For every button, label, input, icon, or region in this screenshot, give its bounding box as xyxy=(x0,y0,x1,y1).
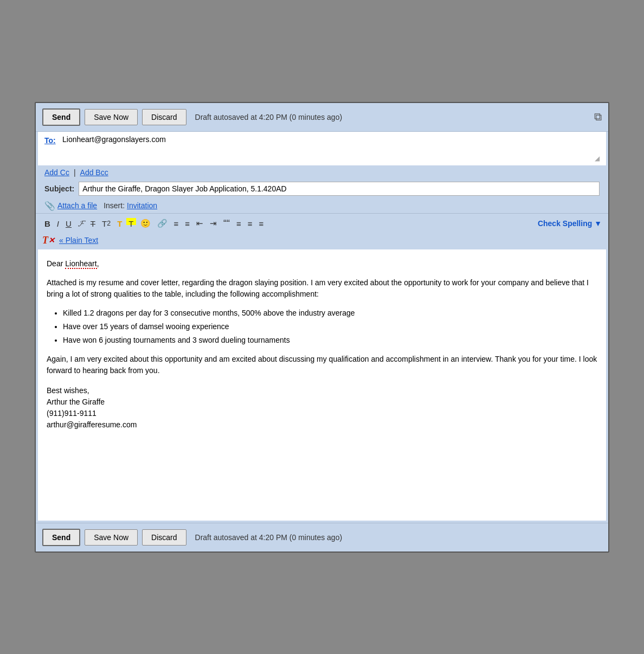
toolbar-top: Send Save Now Discard Draft autosaved at… xyxy=(36,103,608,132)
italic-button[interactable]: I xyxy=(55,218,61,229)
signature-name: Arthur the Giraffe xyxy=(47,396,597,408)
popout-icon[interactable]: ⧉ xyxy=(594,111,602,123)
attach-row: 📎 Attach a file Insert: Invitation xyxy=(38,198,606,213)
align-left-button[interactable]: ≡ xyxy=(246,218,255,229)
bold-button[interactable]: B xyxy=(42,218,53,229)
to-row: To: Lionheart@gragonslayers.com ◢ xyxy=(38,132,606,166)
attach-file-link[interactable]: Attach a file xyxy=(57,201,97,210)
autosave-status-top: Draft autosaved at 4:20 PM (0 minutes ag… xyxy=(195,113,343,121)
signature-block: Best wishes, Arthur the Giraffe (911)911… xyxy=(47,385,597,431)
paperclip-icon: 📎 xyxy=(44,201,55,211)
check-spelling-button[interactable]: Check Spelling ▼ xyxy=(538,219,602,228)
signature-closing: Best wishes, xyxy=(47,385,597,396)
subject-label: Subject: xyxy=(44,184,74,193)
add-cc-link[interactable]: Add Cc xyxy=(44,168,69,177)
ordered-list-button[interactable]: ≡ xyxy=(172,218,181,229)
body-para1: Attached is my resume and cover letter, … xyxy=(47,277,597,300)
to-input[interactable]: Lionheart@gragonslayers.com xyxy=(62,135,595,162)
autosave-status-bottom: Draft autosaved at 4:20 PM (0 minutes ag… xyxy=(195,533,343,542)
indent-button[interactable]: ⇤ xyxy=(194,217,205,229)
accomplishments-list: Killed 1.2 dragons per day for 3 consecu… xyxy=(63,307,597,346)
cc-bcc-separator: | xyxy=(74,168,76,177)
font-button[interactable]: 𝓕 xyxy=(76,217,86,229)
body-para2: Again, I am very excited about this oppo… xyxy=(47,354,597,376)
formatting-toolbar: B I U 𝓕 T T2 T T 🙂 🔗 ≡ ≡ ⇤ ⇥ ““ ≡ ≡ ≡ Ch… xyxy=(36,213,608,234)
emoji-button[interactable]: 🙂 xyxy=(138,217,153,229)
plain-text-link[interactable]: « Plain Text xyxy=(59,236,98,245)
justify-button[interactable]: ≡ xyxy=(234,218,243,229)
discard-button-top[interactable]: Discard xyxy=(142,109,186,125)
discard-button-bottom[interactable]: Discard xyxy=(142,529,186,546)
greeting: Dear Lionheart, xyxy=(47,258,597,270)
toolbar-bottom: Send Save Now Discard Draft autosaved at… xyxy=(36,523,608,552)
list-item: Have won 6 jousting tournaments and 3 sw… xyxy=(63,335,597,346)
list-item: Have over 15 years of damsel wooing expe… xyxy=(63,321,597,332)
add-bcc-link[interactable]: Add Bcc xyxy=(80,168,108,177)
blockquote-button[interactable]: ““ xyxy=(221,217,232,230)
insert-label: Insert: xyxy=(104,201,125,210)
save-button-bottom[interactable]: Save Now xyxy=(85,529,138,546)
unordered-list-button[interactable]: ≡ xyxy=(183,218,192,229)
send-button-top[interactable]: Send xyxy=(42,108,80,126)
subject-input[interactable] xyxy=(79,182,600,196)
underline-button[interactable]: U xyxy=(63,218,74,229)
signature-phone: (911)911-9111 xyxy=(47,408,597,419)
cc-bcc-row: Add Cc | Add Bcc xyxy=(38,166,606,179)
second-toolbar-row: T✕ « Plain Text xyxy=(36,234,608,249)
link-button[interactable]: 🔗 xyxy=(155,217,170,229)
outdent-button[interactable]: ⇥ xyxy=(208,217,219,229)
strikethrough-button[interactable]: T xyxy=(88,218,98,229)
align-right-button[interactable]: ≡ xyxy=(257,218,266,229)
remove-format-button[interactable]: T✕ xyxy=(42,235,55,246)
email-body[interactable]: Dear Lionheart, Attached is my resume an… xyxy=(38,249,606,521)
subscript-button[interactable]: T2 xyxy=(100,218,113,229)
invitation-link[interactable]: Invitation xyxy=(127,201,157,210)
highlight-button[interactable]: T xyxy=(126,218,136,229)
list-item: Killed 1.2 dragons per day for 3 consecu… xyxy=(63,307,597,319)
save-button-top[interactable]: Save Now xyxy=(85,109,138,125)
email-composer: Send Save Now Discard Draft autosaved at… xyxy=(35,102,609,553)
font-color-button[interactable]: T xyxy=(115,218,124,229)
subject-row: Subject: xyxy=(38,179,606,198)
signature-email: arthur@girafferesume.com xyxy=(47,419,597,431)
resize-handle: ◢ xyxy=(595,155,600,162)
send-button-bottom[interactable]: Send xyxy=(42,529,80,546)
recipient-name: Lionheart xyxy=(65,259,96,269)
to-label[interactable]: To: xyxy=(44,135,58,145)
